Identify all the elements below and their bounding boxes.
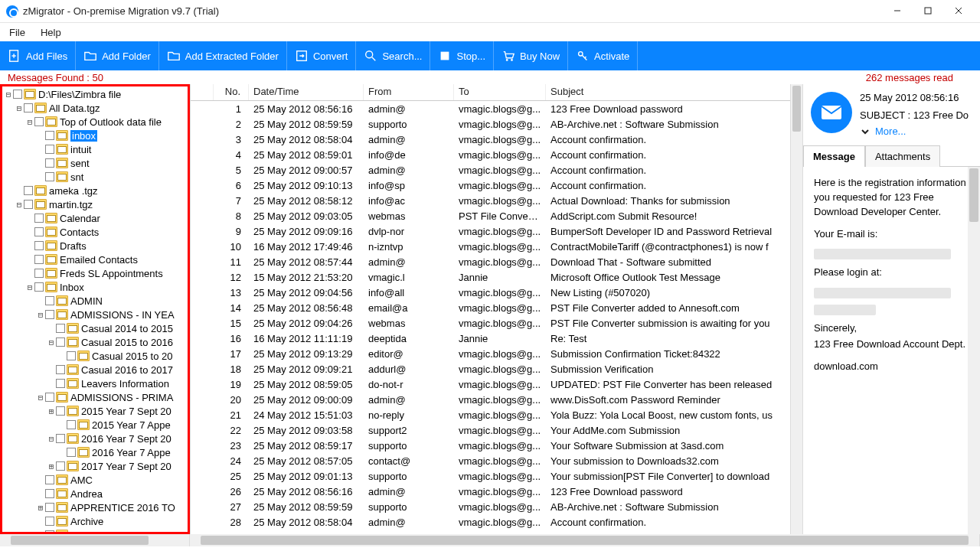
expand-icon[interactable]: ⊟	[25, 117, 34, 127]
table-row[interactable]: 1525 May 2012 09:04:26webmasvmagic.blogs…	[191, 315, 802, 331]
tree-checkbox[interactable]	[45, 131, 54, 140]
tree-node[interactable]: Drafts	[4, 239, 186, 253]
tree-checkbox[interactable]	[67, 420, 76, 429]
tree-node[interactable]: ameka .tgz	[4, 184, 186, 197]
table-row[interactable]: 1925 May 2012 08:59:05do-not-rvmagic.blo…	[191, 377, 802, 392]
expand-icon[interactable]: ⊟	[15, 103, 24, 113]
tree-node[interactable]: 2015 Year 7 Appe	[4, 418, 186, 432]
tree-checkbox[interactable]	[24, 103, 33, 112]
close-button[interactable]	[943, 5, 974, 17]
tree-node[interactable]: Emailed Contacts	[4, 253, 186, 266]
table-row[interactable]: 1215 May 2012 21:53:20vmagic.lJannieMicr…	[191, 269, 802, 285]
bottom-scrollbar[interactable]	[0, 534, 980, 546]
tree-checkbox[interactable]	[45, 489, 54, 498]
table-row[interactable]: 1016 May 2012 17:49:46n-izntvpvmagic.blo…	[191, 239, 802, 254]
table-row[interactable]: 2124 May 2012 15:51:03no-replyvmagic.blo…	[191, 407, 802, 422]
tree-checkbox[interactable]	[45, 517, 54, 526]
buy-now-button[interactable]: Buy Now	[494, 41, 568, 70]
tree-node[interactable]: Leavers Information	[4, 377, 186, 390]
tree-node[interactable]: ⊞2017 Year 7 Sept 20	[4, 459, 186, 473]
expand-icon[interactable]: ⊟	[36, 393, 45, 403]
tree-checkbox[interactable]	[34, 117, 44, 126]
tree-node[interactable]: Freds SL Appointments	[4, 266, 186, 280]
expand-icon[interactable]: ⊟	[4, 90, 13, 99]
convert-button[interactable]: Convert	[287, 41, 357, 70]
tree-checkbox[interactable]	[45, 475, 54, 484]
add-folder-button[interactable]: Add Folder	[76, 41, 159, 70]
menu-file[interactable]: File	[9, 27, 25, 38]
tree-node[interactable]: ⊞APPRENTICE 2016 TO	[4, 500, 186, 514]
table-row[interactable]: 225 May 2012 08:59:59supportovmagic.blog…	[191, 116, 802, 132]
add-extracted-folder-button[interactable]: Add Extracted Folder	[159, 41, 287, 70]
table-row[interactable]: 2625 May 2012 08:56:16admin@vmagic.blogs…	[191, 484, 802, 499]
tree-checkbox[interactable]	[56, 461, 65, 471]
col-datetime[interactable]: Date/Time	[249, 84, 364, 100]
tree-node[interactable]: Casual 2015 to 20	[4, 349, 186, 363]
tree-checkbox[interactable]	[34, 282, 44, 292]
col-subject[interactable]: Subject	[546, 84, 802, 100]
tree-node[interactable]: inbox	[4, 129, 186, 142]
col-from[interactable]: From	[364, 84, 454, 100]
tree-checkbox[interactable]	[24, 186, 33, 195]
tree-checkbox[interactable]	[56, 324, 65, 333]
tree-node[interactable]: intuit	[4, 142, 186, 156]
tree-checkbox[interactable]	[45, 158, 54, 168]
search-button[interactable]: Search...	[356, 41, 430, 70]
tree-node[interactable]: Casual 2016 to 2017	[4, 363, 186, 377]
table-row[interactable]: 2025 May 2012 09:00:09admin@vmagic.blogs…	[191, 392, 802, 407]
tree-node[interactable]: Andrea	[4, 487, 186, 500]
tree-checkbox[interactable]	[45, 310, 54, 319]
tree-node[interactable]: ⊟martin.tgz	[4, 197, 186, 211]
tree-node[interactable]: ⊟All Data.tgz	[4, 101, 186, 115]
expand-icon[interactable]: ⊞	[47, 461, 56, 471]
tree-node[interactable]: ⊞ASSOCIATE STAFF LE	[4, 528, 186, 534]
tree-node[interactable]: Archive	[4, 514, 186, 528]
table-row[interactable]: 325 May 2012 08:58:04admin@vmagic.blogs@…	[191, 132, 802, 147]
table-row[interactable]: 125 May 2012 08:56:16admin@vmagic.blogs@…	[191, 101, 802, 116]
tree-checkbox[interactable]	[13, 90, 22, 99]
tree-node[interactable]: ⊟ADMISSIONS - PRIMA	[4, 390, 186, 404]
expand-icon[interactable]: ⊟	[47, 434, 56, 444]
activate-button[interactable]: Activate	[568, 41, 638, 70]
scrollbar-thumb[interactable]	[201, 536, 969, 545]
col-no[interactable]: No.	[214, 84, 249, 100]
tree-checkbox[interactable]	[34, 227, 44, 236]
tree-node[interactable]: ⊟ADMISSIONS - IN YEA	[4, 308, 186, 321]
table-row[interactable]: 1425 May 2012 08:56:48email@avmagic.blog…	[191, 300, 802, 315]
table-row[interactable]: 1125 May 2012 08:57:44admin@vmagic.blogs…	[191, 254, 802, 269]
tree-node[interactable]: ⊟Inbox	[4, 280, 186, 294]
table-row[interactable]: 2425 May 2012 08:57:05contact@vmagic.blo…	[191, 453, 802, 468]
tree-node[interactable]: ⊟Top of Outlook data file	[4, 115, 186, 129]
table-row[interactable]: 1725 May 2012 09:13:29editor@vmagic.blog…	[191, 346, 802, 361]
table-row[interactable]: 1825 May 2012 09:09:21addurl@vmagic.blog…	[191, 361, 802, 377]
tree-checkbox[interactable]	[56, 337, 65, 347]
tree-node[interactable]: ADMIN	[4, 294, 186, 308]
scrollbar-thumb[interactable]	[11, 536, 149, 545]
grid-scrollbar[interactable]	[790, 84, 802, 534]
tree-node[interactable]: Calendar	[4, 211, 186, 225]
col-to[interactable]: To	[454, 84, 546, 100]
tree-node[interactable]: ⊟2016 Year 7 Sept 20	[4, 432, 186, 445]
grid-body[interactable]: 125 May 2012 08:56:16admin@vmagic.blogs@…	[191, 101, 802, 534]
table-row[interactable]: 425 May 2012 08:59:01info@devmagic.blogs…	[191, 147, 802, 162]
expand-icon[interactable]: ⊟	[47, 337, 56, 347]
tree-checkbox[interactable]	[56, 406, 65, 416]
tree-checkbox[interactable]	[56, 365, 65, 374]
table-row[interactable]: 825 May 2012 09:03:05webmasPST File Conv…	[191, 208, 802, 223]
table-row[interactable]: 1616 May 2012 11:11:19deeptidaJannieRe: …	[191, 331, 802, 346]
tree-node[interactable]: ⊟Casual 2015 to 2016	[4, 335, 186, 349]
tree-checkbox[interactable]	[34, 255, 44, 264]
tree-node[interactable]: 2016 Year 7 Appe	[4, 445, 186, 459]
tab-attachments[interactable]: Attachments	[865, 145, 940, 167]
more-link[interactable]: More...	[875, 126, 906, 137]
chevron-down-icon[interactable]	[860, 126, 871, 137]
tree-checkbox[interactable]	[45, 393, 54, 402]
table-row[interactable]: 625 May 2012 09:10:13info@spvmagic.blogs…	[191, 178, 802, 193]
table-row[interactable]: 2525 May 2012 09:01:13supportovmagic.blo…	[191, 468, 802, 484]
tree-checkbox[interactable]	[45, 503, 54, 512]
table-row[interactable]: 925 May 2012 09:09:16dvlp-norvmagic.blog…	[191, 223, 802, 239]
preview-scrollbar[interactable]	[968, 167, 980, 534]
menu-help[interactable]: Help	[41, 27, 61, 38]
stop-button[interactable]: Stop...	[430, 41, 494, 70]
table-row[interactable]: 2725 May 2012 08:59:59supportovmagic.blo…	[191, 499, 802, 514]
